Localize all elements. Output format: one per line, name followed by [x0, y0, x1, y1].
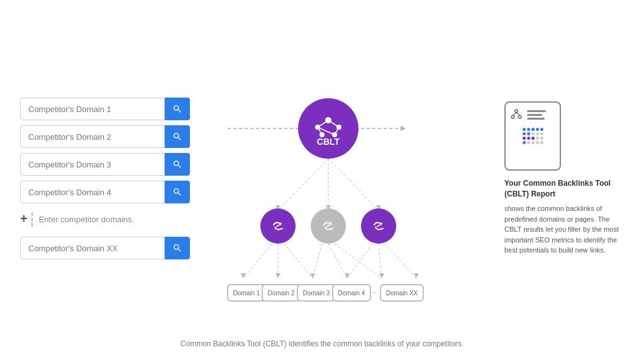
dot-gray-5 [540, 137, 543, 140]
dot-gray-7 [531, 141, 535, 144]
center-diagram: CBLT [203, 28, 498, 330]
report-icon-top [509, 108, 556, 122]
dot-purple-2 [527, 137, 530, 140]
left-column: + Enter competitor domains. [20, 98, 203, 259]
search-button-1[interactable] [165, 98, 190, 120]
dot-blue-3 [531, 128, 535, 131]
svg-line-36 [385, 244, 416, 278]
svg-line-18 [328, 159, 379, 210]
domain-input-3[interactable] [20, 153, 165, 176]
domain-input-row-1 [20, 98, 203, 120]
svg-line-16 [278, 159, 328, 210]
svg-marker-42 [414, 273, 419, 278]
svg-text:Domain XX: Domain XX [386, 290, 418, 297]
svg-text:Domain 1: Domain 1 [233, 290, 260, 297]
domain-input-row-2 [20, 125, 203, 148]
report-title: Your Common Backlinks Tool (CBLT) Report [504, 178, 624, 200]
dots-row-4 [523, 141, 543, 144]
domain-input-xx[interactable] [20, 237, 165, 259]
report-dots-section [523, 128, 543, 144]
dot-blue-4 [536, 128, 539, 131]
dot-gray-2 [536, 132, 539, 135]
search-button-xx[interactable] [165, 237, 190, 259]
main-container: + Enter competitor domains. [0, 0, 644, 357]
domain-input-row-3 [20, 153, 203, 176]
svg-line-33 [335, 244, 382, 278]
dot-blue-8 [523, 141, 526, 144]
dot-gray-3 [540, 132, 543, 135]
svg-line-35 [379, 244, 382, 278]
domain-input-4[interactable] [20, 181, 165, 203]
dots-row-3 [523, 137, 543, 140]
dot-purple-1 [523, 137, 526, 140]
report-line-2 [527, 114, 542, 116]
domain-input-1[interactable] [20, 98, 165, 120]
svg-marker-38 [275, 273, 280, 278]
dot-gray-9 [540, 141, 543, 144]
svg-point-4 [298, 98, 358, 159]
svg-marker-3 [401, 126, 406, 131]
dot-blue-5 [540, 128, 543, 131]
svg-point-55 [511, 116, 514, 119]
dot-purple-3 [531, 137, 535, 140]
search-button-3[interactable] [165, 153, 190, 176]
svg-text:··: ·· [372, 288, 376, 297]
svg-text:CBLT: CBLT [317, 137, 340, 147]
svg-point-56 [518, 116, 521, 119]
search-icon-2 [172, 132, 182, 142]
svg-line-34 [347, 244, 372, 278]
svg-text:Domain 3: Domain 3 [303, 290, 330, 297]
search-icon-1 [172, 104, 182, 114]
dot-gray-6 [527, 141, 530, 144]
svg-line-28 [243, 244, 272, 278]
plus-icon: + [20, 212, 28, 225]
diagram-svg: CBLT [225, 40, 476, 317]
svg-line-58 [516, 113, 520, 116]
report-line-1 [527, 110, 546, 112]
report-line-3 [527, 118, 545, 120]
svg-text:Domain 4: Domain 4 [338, 290, 365, 297]
enter-competitor-text: Enter competitor domains. [39, 212, 135, 227]
dots-row-2 [523, 132, 543, 135]
dots-row-1 [523, 128, 543, 131]
svg-marker-41 [379, 273, 384, 278]
svg-line-57 [513, 113, 517, 116]
report-network-icon [509, 108, 523, 122]
search-icon-4 [172, 187, 182, 197]
svg-line-32 [328, 244, 347, 278]
bottom-caption: Common Backlinks Tool (CBLT) identifies … [180, 339, 464, 348]
search-icon-xx [172, 243, 182, 253]
search-button-2[interactable] [165, 125, 190, 148]
svg-line-30 [284, 244, 313, 278]
dot-blue-6 [523, 132, 526, 135]
dot-blue-7 [527, 132, 530, 135]
svg-text:Domain 2: Domain 2 [268, 290, 295, 297]
dot-gray-4 [536, 137, 539, 140]
right-column: Your Common Backlinks Tool (CBLT) Report… [498, 101, 624, 255]
svg-point-54 [515, 110, 518, 113]
dot-gray-8 [536, 141, 539, 144]
dot-blue-1 [523, 128, 526, 131]
domain-input-row-xx [20, 237, 203, 259]
dot-gray-1 [531, 132, 535, 135]
report-description: shows the common backlinks of predefined… [504, 203, 624, 256]
search-icon-3 [172, 159, 182, 169]
domain-input-2[interactable] [20, 125, 165, 148]
search-button-4[interactable] [165, 181, 190, 203]
content-area: + Enter competitor domains. [20, 15, 624, 343]
report-lines [527, 110, 546, 120]
dot-blue-2 [527, 128, 530, 131]
report-icon-box [504, 101, 561, 171]
domain-input-row-4 [20, 181, 203, 203]
svg-line-31 [313, 244, 322, 278]
